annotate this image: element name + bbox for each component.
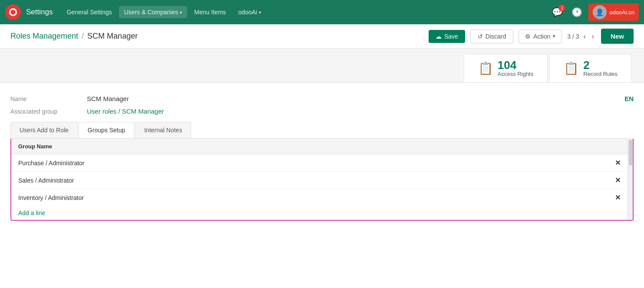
discard-label: Discard: [485, 33, 506, 40]
nav-general-settings[interactable]: General Settings: [61, 6, 117, 18]
clock-icon: 🕐: [571, 7, 582, 17]
save-button[interactable]: ☁ Save: [429, 30, 465, 43]
record-rules-icon: 📋: [564, 61, 579, 75]
clock-icon-btn[interactable]: 🕐: [569, 4, 585, 20]
add-line-link[interactable]: Add a line: [11, 206, 627, 220]
app-brand: Settings: [26, 8, 53, 16]
group-name-cell: Sales / Administrator: [11, 172, 608, 189]
delete-cell: ✕: [608, 189, 627, 206]
tab-users-add-to-role-label: Users Add to Role: [20, 127, 69, 134]
delete-row-button[interactable]: ✕: [615, 177, 621, 184]
assoc-group-label: Associated group: [10, 108, 80, 115]
next-page-button[interactable]: ›: [590, 32, 596, 41]
avatar-area[interactable]: 👤 odooAi.cn: [588, 3, 639, 21]
tab-groups-setup[interactable]: Groups Setup: [79, 122, 134, 138]
access-rights-icon: 📋: [478, 61, 493, 75]
group-name-column-header: Group Name: [11, 139, 608, 154]
table-row: Sales / Administrator ✕: [11, 172, 627, 189]
nav-menu-items[interactable]: Menu Items: [189, 6, 231, 18]
name-label: Name: [10, 95, 80, 102]
app-logo: [5, 4, 21, 20]
save-label: Save: [444, 33, 458, 40]
save-cloud-icon: ☁: [436, 33, 442, 40]
nav-users-companies[interactable]: Users & Companies ▾: [119, 6, 188, 18]
group-name-cell: Inventory / Administrator: [11, 189, 608, 206]
avatar: 👤: [593, 5, 607, 19]
record-rules-label: Record Rules: [583, 71, 618, 77]
access-rights-count: 104: [498, 59, 533, 71]
group-name-cell: Purchase / Administrator: [11, 154, 608, 172]
form-name-row: Name SCM Manager EN: [10, 92, 634, 102]
prev-page-button[interactable]: ‹: [582, 32, 588, 41]
scrollbar-thumb: [629, 140, 632, 166]
delete-row-button[interactable]: ✕: [615, 159, 621, 167]
assoc-group-value[interactable]: User roles / SCM Manager: [87, 108, 164, 115]
breadcrumb-current: SCM Manager: [87, 32, 138, 41]
tabs: Users Add to Role Groups Setup Internal …: [10, 122, 634, 139]
tab-internal-notes-label: Internal Notes: [144, 127, 182, 134]
access-rights-label: Access Rights: [498, 71, 533, 77]
users-companies-chevron-icon: ▾: [180, 10, 182, 15]
pagination-text: 3 / 3: [567, 33, 579, 40]
table-row: Purchase / Administrator ✕: [11, 154, 627, 172]
name-value: SCM Manager: [87, 95, 129, 102]
navbar: Settings General Settings Users & Compan…: [0, 0, 644, 24]
record-rules-button[interactable]: 📋 2 Record Rules: [549, 54, 632, 82]
breadcrumb-separator: /: [82, 32, 84, 41]
tab-users-add-to-role[interactable]: Users Add to Role: [10, 122, 78, 138]
access-rights-info: 104 Access Rights: [498, 59, 533, 77]
delete-cell: ✕: [608, 172, 627, 189]
access-rights-button[interactable]: 📋 104 Access Rights: [464, 54, 548, 82]
action-label: Action: [533, 33, 550, 40]
action-chevron-icon: ▾: [553, 33, 555, 39]
chat-icon-btn[interactable]: 💬 1: [549, 4, 565, 20]
record-rules-count: 2: [583, 59, 618, 71]
navbar-right: 💬 1 🕐 👤 odooAi.cn: [549, 3, 639, 21]
form-assoc-group-row: Associated group User roles / SCM Manage…: [10, 108, 634, 115]
tab-groups-setup-label: Groups Setup: [88, 127, 125, 134]
new-button[interactable]: New: [601, 29, 634, 44]
action-right: ⚙ Action ▾ 3 / 3 ‹ › New: [519, 29, 634, 44]
action-bar: Roles Management / SCM Manager ☁ Save ↺ …: [0, 24, 644, 49]
delete-row-button[interactable]: ✕: [615, 194, 621, 201]
discard-button[interactable]: ↺ Discard: [470, 29, 513, 43]
record-rules-info: 2 Record Rules: [583, 59, 618, 77]
main-content: Name SCM Manager EN Associated group Use…: [0, 83, 644, 221]
svg-point-1: [11, 10, 16, 15]
pagination: 3 / 3 ‹ ›: [567, 32, 596, 41]
breadcrumb: Roles Management / SCM Manager: [10, 32, 423, 41]
groups-table-container: Group Name Purchase / Administrator ✕ Sa…: [10, 139, 634, 221]
nav-odooai[interactable]: odooAi ▾: [233, 6, 266, 18]
groups-table-inner: Group Name Purchase / Administrator ✕ Sa…: [11, 139, 627, 220]
breadcrumb-parent[interactable]: Roles Management: [10, 32, 78, 41]
gear-icon: ⚙: [525, 33, 531, 40]
tab-internal-notes[interactable]: Internal Notes: [135, 122, 191, 138]
groups-table: Group Name Purchase / Administrator ✕ Sa…: [11, 139, 627, 206]
smart-buttons-bar: 📋 104 Access Rights 📋 2 Record Rules: [0, 49, 644, 83]
action-button[interactable]: ⚙ Action ▾: [519, 29, 562, 43]
avatar-label: odooAi.cn: [609, 9, 634, 16]
lang-label[interactable]: EN: [624, 95, 634, 102]
odooai-chevron-icon: ▾: [259, 10, 261, 15]
table-row: Inventory / Administrator ✕: [11, 189, 627, 206]
scrollbar[interactable]: [627, 139, 633, 220]
delete-cell: ✕: [608, 154, 627, 172]
notification-badge: 1: [558, 4, 565, 11]
discard-icon: ↺: [478, 33, 483, 40]
